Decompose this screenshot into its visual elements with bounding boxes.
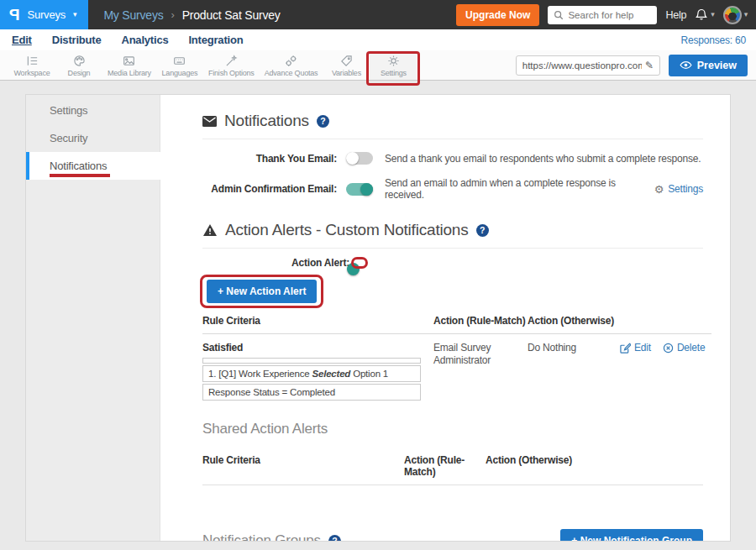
column-header-rule-criteria: Rule Criteria: [202, 315, 433, 334]
divider: [202, 248, 703, 249]
criteria-item-2: Response Status = Completed: [202, 384, 421, 401]
edit-pencil-icon: [620, 343, 631, 354]
sidebar-item-security[interactable]: Security: [26, 124, 160, 152]
toolbar-item-workspace[interactable]: Workspace: [8, 50, 55, 80]
shared-action-alerts-header: Shared Action Alerts: [202, 421, 703, 437]
help-icon[interactable]: ?: [317, 115, 329, 128]
settings-card: Settings Security Notifications Notifica…: [25, 94, 731, 542]
magic-wand-icon: [225, 55, 238, 67]
thank-you-email-toggle[interactable]: [346, 152, 373, 165]
workspace-icon: [26, 55, 39, 67]
notifications-section-header: Notifications ?: [202, 112, 703, 130]
gears-icon: [285, 55, 297, 67]
breadcrumb-separator-icon: ›: [171, 8, 175, 21]
admin-email-settings-link[interactable]: ⚙ Settings: [654, 183, 703, 196]
breadcrumb-my-surveys[interactable]: My Surveys: [103, 8, 163, 22]
toolbar-right: ✎ Preview: [516, 50, 756, 80]
notification-groups-header-row: Notification Groups ? + New Notification…: [202, 529, 703, 541]
warning-icon: [202, 223, 218, 237]
delete-alert-link[interactable]: Delete: [663, 342, 706, 354]
eye-icon: [680, 60, 692, 70]
action-alerts-title: Action Alerts - Custom Notifications: [225, 221, 469, 239]
action-match-cell: Email Survey Administrator: [433, 334, 528, 401]
action-alert-toggle-row: Action Alert:: [202, 257, 703, 269]
sidebar-item-notifications[interactable]: Notifications: [26, 152, 160, 180]
shared-action-alerts-table: Rule Criteria Action (Rule-Match) Action…: [202, 454, 703, 485]
toolbar-item-design[interactable]: Design: [55, 50, 102, 80]
breadcrumb-current-survey: Product Sat Survey: [182, 8, 281, 22]
settings-sidebar: Settings Security Notifications: [26, 95, 160, 541]
admin-confirmation-email-description: Send an email to admin when a complete r…: [385, 177, 654, 201]
help-icon[interactable]: ?: [476, 224, 489, 237]
thank-you-email-row: Thank You Email: Send a thank you email …: [202, 152, 703, 165]
new-notification-group-button[interactable]: + New Notification Group: [560, 529, 703, 541]
gear-icon: [387, 55, 400, 67]
tab-integration[interactable]: Integration: [188, 34, 243, 46]
breadcrumb: My Surveys › Product Sat Survey: [103, 8, 280, 22]
toolbar-item-settings[interactable]: Settings: [370, 50, 417, 80]
help-link[interactable]: Help: [665, 9, 686, 21]
column-header-action-match: Action (Rule-Match): [404, 454, 486, 485]
edit-alert-link[interactable]: Edit: [620, 342, 651, 354]
questionpro-app: P Surveys ▾ My Surveys › Product Sat Sur…: [0, 0, 756, 550]
surveys-product-menu[interactable]: P Surveys ▾: [0, 0, 88, 29]
envelope-icon: [202, 116, 217, 127]
thank-you-email-label: Thank You Email:: [202, 153, 337, 165]
toolbar-item-finish-options[interactable]: Finish Options: [203, 50, 260, 80]
new-action-alert-button[interactable]: + New Action Alert: [207, 280, 317, 303]
toolbar-item-languages[interactable]: Languages: [156, 50, 203, 80]
chevron-down-icon: ▾: [744, 11, 748, 18]
chevron-down-icon: ▾: [73, 11, 76, 18]
admin-confirmation-email-toggle[interactable]: [346, 183, 373, 196]
column-header-rule-criteria: Rule Criteria: [202, 454, 404, 485]
notifications-bell-menu[interactable]: ▾: [695, 8, 714, 22]
empty-table-space: [202, 485, 703, 514]
toolbar-item-media-library[interactable]: Media Library: [102, 50, 156, 80]
survey-url-field[interactable]: ✎: [516, 55, 660, 76]
chevron-down-icon: ▾: [711, 11, 714, 18]
annotation-underline-notifications: [50, 174, 110, 177]
search-icon: [554, 10, 564, 20]
image-icon: [123, 55, 135, 67]
admin-confirmation-email-row: Admin Confirmation Email: Send an email …: [202, 177, 703, 201]
thank-you-email-description: Send a thank you email to respondents wh…: [385, 153, 701, 165]
help-icon[interactable]: ?: [328, 535, 341, 542]
column-header-action-match: Action (Rule-Match): [433, 315, 528, 334]
toolbar-item-variables[interactable]: Variables: [323, 50, 370, 80]
tab-edit[interactable]: Edit: [12, 34, 32, 46]
search-input[interactable]: [568, 10, 651, 20]
action-otherwise-cell: Do Nothing: [528, 334, 620, 401]
new-action-alert-row: + New Action Alert: [202, 280, 703, 305]
sidebar-item-settings[interactable]: Settings: [26, 97, 160, 124]
action-alert-label: Action Alert:: [202, 257, 349, 269]
preview-button[interactable]: Preview: [669, 55, 748, 76]
column-header-action-otherwise: Action (Otherwise): [486, 454, 703, 485]
responses-count[interactable]: Responses: 60: [681, 34, 746, 46]
action-alerts-table: Rule Criteria Action (Rule-Match) Action…: [202, 315, 703, 401]
criteria-collapsed-bar: [202, 358, 421, 364]
notifications-title: Notifications: [224, 112, 309, 130]
upgrade-now-button[interactable]: Upgrade Now: [456, 4, 539, 26]
divider: [202, 139, 703, 139]
account-menu[interactable]: ▾: [723, 6, 748, 24]
admin-confirmation-email-label: Admin Confirmation Email:: [202, 183, 337, 195]
help-search[interactable]: [548, 6, 657, 24]
tab-analytics[interactable]: Analytics: [121, 34, 168, 46]
action-alerts-section-header: Action Alerts - Custom Notifications ?: [202, 221, 703, 239]
delete-circle-x-icon: [663, 343, 674, 354]
rule-criteria-cell: Satisfied 1. [Q1] Work Experience Select…: [202, 334, 433, 401]
criteria-item-1: 1. [Q1] Work Experience Selected Option …: [202, 365, 421, 382]
palette-icon: [73, 55, 86, 67]
column-header-action-otherwise: Action (Otherwise): [528, 315, 620, 334]
edit-toolbar: Workspace Design Media Library Languages…: [0, 50, 756, 81]
notification-groups-header: Notification Groups ?: [202, 532, 341, 541]
keyboard-icon: [173, 55, 186, 67]
tab-distribute[interactable]: Distribute: [52, 34, 102, 46]
rule-status: Satisfied: [202, 334, 433, 354]
gear-icon: ⚙: [654, 183, 664, 196]
avatar: [723, 6, 742, 24]
surveys-menu-label: Surveys: [27, 8, 66, 21]
toolbar-item-advance-quotas[interactable]: Advance Quotas: [260, 50, 323, 80]
survey-url-input[interactable]: [522, 60, 642, 71]
edit-url-pencil-icon[interactable]: ✎: [645, 60, 654, 71]
